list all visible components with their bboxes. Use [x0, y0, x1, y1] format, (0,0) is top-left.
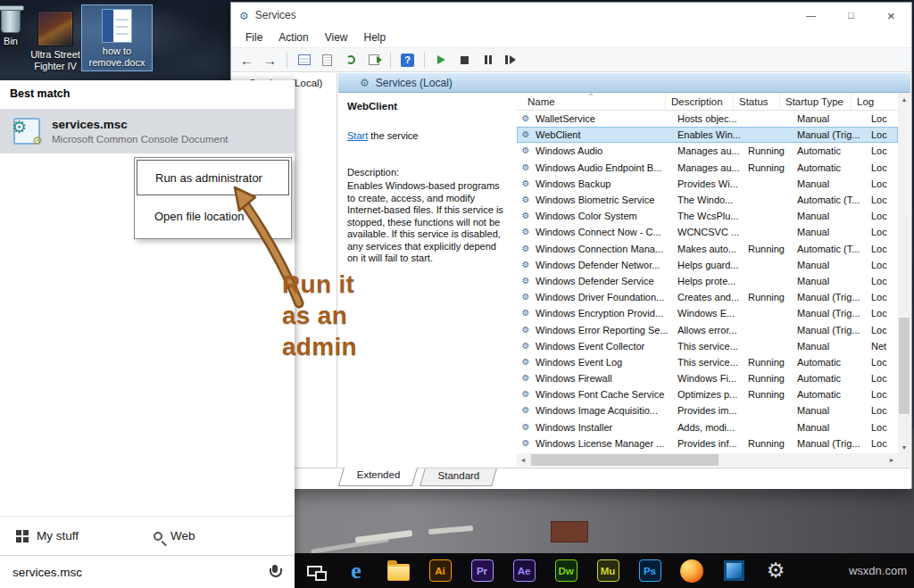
photoshop-icon[interactable]: Ps — [637, 558, 662, 584]
desktop-icon-how-to-remove-docx[interactable]: how to remove.docx — [82, 5, 152, 70]
service-row[interactable]: ⚙Windows InstallerAdds, modi...ManualLoc — [517, 419, 898, 435]
service-row[interactable]: ⚙Windows Driver Foundation...Creates and… — [517, 289, 898, 305]
column-header-status[interactable]: Status — [734, 93, 780, 110]
service-row[interactable]: ⚙Windows Audio Endpoint B...Manages au..… — [517, 160, 898, 176]
service-gear-icon: ⚙ — [519, 179, 532, 188]
service-row[interactable]: ⚙Windows Biometric ServiceThe Windo...Au… — [517, 192, 898, 208]
scroll-left-icon[interactable] — [517, 453, 529, 467]
cell-logon: Loc — [868, 405, 898, 416]
task-view-icon[interactable] — [302, 558, 327, 584]
context-menu-item-open-file-location[interactable]: Open file location — [137, 198, 289, 234]
cell-desc: Allows error... — [674, 325, 744, 335]
horizontal-scrollbar[interactable] — [517, 453, 898, 467]
cell-startup: Automatic — [794, 373, 868, 384]
scroll-up-icon[interactable] — [898, 93, 910, 105]
service-row[interactable]: ⚙Windows Error Reporting Se...Allows err… — [517, 321, 898, 337]
muse-icon[interactable]: Mu — [595, 558, 620, 584]
vertical-scroll-thumb[interactable] — [899, 318, 910, 414]
selected-service-name: WebClient — [347, 101, 510, 112]
scroll-right-icon[interactable] — [885, 453, 898, 467]
service-gear-icon: ⚙ — [519, 211, 532, 220]
close-button[interactable]: × — [871, 3, 911, 28]
cell-desc: The Windo... — [674, 195, 744, 205]
menu-action[interactable]: Action — [270, 29, 316, 46]
minimize-button[interactable]: — — [791, 3, 831, 28]
my-stuff-button[interactable]: My stuff — [0, 529, 79, 542]
titlebar[interactable]: Services — □ × — [231, 3, 911, 28]
service-row[interactable]: ⚙Windows Event CollectorThis service...M… — [517, 338, 898, 354]
refresh-icon[interactable] — [340, 50, 361, 70]
firefox-icon[interactable] — [679, 558, 704, 584]
vertical-scrollbar[interactable] — [898, 93, 910, 453]
microphone-icon[interactable] — [270, 565, 280, 579]
properties-icon[interactable] — [317, 50, 337, 70]
service-row[interactable]: ⚙Windows Defender Networ...Helps guard..… — [517, 257, 898, 273]
illustrator-icon[interactable]: Ai — [428, 558, 453, 584]
search-result-services-msc[interactable]: services.msc Microsoft Common Console Do… — [0, 109, 295, 153]
maximize-button[interactable]: □ — [831, 3, 871, 28]
service-row[interactable]: ⚙Windows Encryption Provid...Windows E..… — [517, 305, 898, 321]
settings-icon[interactable]: ⚙ — [763, 558, 788, 584]
cell-startup: Manual — [794, 260, 868, 270]
service-row[interactable]: ⚙Windows Color SystemThe WcsPlu...Manual… — [517, 208, 898, 224]
restart-service-icon[interactable] — [501, 50, 521, 70]
cell-logon: Loc — [868, 244, 898, 254]
service-row[interactable]: ⚙Windows Defender ServiceHelps prote...M… — [517, 273, 898, 289]
pause-service-icon[interactable] — [478, 50, 498, 70]
help-icon[interactable]: ? — [397, 50, 418, 70]
service-row[interactable]: ⚙WalletServiceHosts objec...ManualLoc — [517, 111, 898, 127]
horizontal-scroll-thumb[interactable] — [531, 454, 719, 466]
menu-file[interactable]: File — [237, 29, 270, 46]
result-text: services.msc Microsoft Common Console Do… — [52, 118, 228, 145]
edge-icon[interactable]: e — [344, 558, 369, 584]
cell-startup: Manual — [794, 211, 868, 221]
service-row[interactable]: ⚙WebClientEnables Win...Manual (Trig...L… — [517, 127, 898, 143]
column-header-name[interactable]: Name ^ — [517, 93, 666, 110]
show-console-tree-icon[interactable] — [294, 50, 314, 70]
tab-label: Extended — [357, 469, 401, 480]
file-explorer-icon[interactable] — [386, 558, 411, 584]
premiere-icon[interactable]: Pr — [469, 558, 494, 584]
photos-icon[interactable] — [721, 558, 746, 584]
service-row[interactable]: ⚙Windows AudioManages au...RunningAutoma… — [517, 143, 898, 159]
cell-name: Windows Backup — [532, 178, 674, 189]
word-band — [103, 10, 113, 42]
dreamweaver-icon[interactable]: Dw — [553, 558, 578, 584]
service-row[interactable]: ⚙Windows Event LogThis service...Running… — [517, 354, 898, 370]
web-button[interactable]: Web — [137, 529, 195, 542]
start-service-link[interactable]: Start — [347, 130, 368, 141]
column-header-log-on-as[interactable]: Log — [852, 93, 898, 110]
menu-view[interactable]: View — [317, 29, 356, 46]
start-search-panel: Best match services.msc Microsoft Common… — [0, 80, 295, 588]
column-header-startup-type[interactable]: Startup Type — [780, 93, 852, 110]
service-row[interactable]: ⚙Windows BackupProvides Wi...ManualLoc — [517, 176, 898, 192]
forward-icon[interactable]: → — [260, 50, 280, 70]
export-list-icon[interactable] — [363, 50, 384, 70]
start-service-icon[interactable] — [431, 50, 452, 70]
mmc-console-icon — [11, 115, 43, 147]
desktop-icon-ultra-street-fighter[interactable]: Ultra Street Fighter IV — [27, 11, 84, 72]
service-row[interactable]: ⚙Windows Connect Now - C...WCNCSVC ...Ma… — [517, 224, 898, 240]
search-input[interactable] — [11, 565, 270, 580]
service-row[interactable]: ⚙Windows License Manager ...Provides inf… — [517, 435, 898, 451]
service-row[interactable]: ⚙Windows Font Cache ServiceOptimizes p..… — [517, 386, 898, 402]
column-header-description[interactable]: Description — [666, 93, 734, 110]
web-label: Web — [170, 529, 195, 542]
stop-service-icon[interactable] — [454, 50, 475, 70]
taskbar-icons: eAiPrAeDwMuPs⚙ — [302, 558, 788, 584]
service-gear-icon: ⚙ — [519, 406, 532, 415]
cell-logon: Loc — [868, 438, 898, 449]
context-menu-item-run-as-administrator[interactable]: Run as administrator — [137, 160, 289, 195]
menu-help[interactable]: Help — [356, 29, 395, 46]
service-row[interactable]: ⚙Windows FirewallWindows Fi...RunningAut… — [517, 370, 898, 386]
tab-standard[interactable]: Standard — [420, 468, 496, 486]
cell-name: Windows Event Log — [532, 357, 674, 368]
back-icon[interactable]: ← — [237, 50, 257, 70]
service-row[interactable]: ⚙Windows Connection Mana...Makes auto...… — [517, 241, 898, 257]
result-title: services.msc — [52, 118, 228, 131]
service-row[interactable]: ⚙Windows Image Acquisitio...Provides im.… — [517, 402, 898, 418]
tab-extended[interactable]: Extended — [338, 468, 418, 486]
scroll-down-icon[interactable] — [898, 441, 910, 453]
wallpaper-object — [551, 521, 588, 542]
after-effects-icon[interactable]: Ae — [511, 558, 536, 584]
